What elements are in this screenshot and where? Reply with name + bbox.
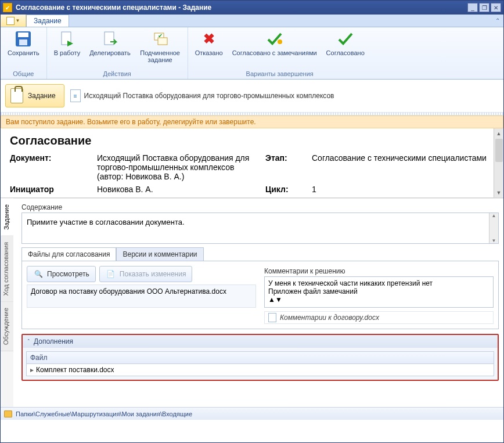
delegate-label: Делегировать bbox=[89, 49, 131, 56]
cycle-label: Цикл: bbox=[265, 185, 306, 194]
delegate-button[interactable]: Делегировать bbox=[86, 28, 134, 57]
attachment-name: Комментарии к договору.docx bbox=[280, 314, 379, 322]
initiator-value: Новикова В. А. bbox=[97, 185, 260, 194]
refused-button[interactable]: ✖ Отказано bbox=[192, 28, 226, 57]
stage-value: Согласование с техническими специалистам… bbox=[312, 153, 494, 181]
side-tab-task[interactable]: Задание bbox=[1, 199, 13, 236]
ribbon-group-complete-label: Варианты завершения bbox=[192, 69, 368, 79]
document-label: Документ: bbox=[10, 153, 91, 181]
ribbon: Сохранить Общие В работу Делегировать ✔ bbox=[1, 27, 503, 80]
side-tab-discussion[interactable]: Обсуждение bbox=[1, 302, 13, 351]
clipboard-icon bbox=[10, 88, 23, 103]
content-text: Примите участие в согласовании документа… bbox=[27, 218, 185, 226]
ribbon-tab-task[interactable]: Задание bbox=[26, 15, 69, 27]
inner-pane: 🔍 Просмотреть 📄 Показать изменения Догов… bbox=[21, 261, 499, 329]
scroll-down-icon[interactable]: ▼ bbox=[496, 188, 502, 197]
file-item: Договор на поставку оборудования ООО Аль… bbox=[31, 287, 226, 296]
content-label: Содержание bbox=[21, 203, 499, 211]
comments-scrollbar[interactable]: ▲▼ bbox=[268, 296, 489, 304]
document-link[interactable]: ≡ Исходящий Поставка оборудования для то… bbox=[70, 89, 334, 102]
svg-point-9 bbox=[278, 39, 282, 44]
addons-header[interactable]: ˄ Дополнения bbox=[23, 335, 498, 348]
chevron-up-icon: ˄ bbox=[27, 338, 30, 344]
quick-access-strip: ▼ Задание ⌃ bbox=[1, 15, 503, 27]
ribbon-collapse-icon[interactable]: ⌃ bbox=[492, 15, 503, 27]
task-pill-button[interactable]: Задание bbox=[5, 84, 64, 107]
subheader: Задание ≡ Исходящий Поставка оборудовани… bbox=[1, 80, 503, 112]
addons-row[interactable]: ▸ Комплект поставки.docx bbox=[26, 364, 494, 376]
magnifier-icon: 🔍 bbox=[33, 269, 44, 279]
ribbon-group-common: Сохранить Общие bbox=[1, 27, 47, 79]
attachment-row[interactable]: Комментарии к договору.docx bbox=[264, 311, 494, 324]
ribbon-group-actions: В работу Делегировать ✔ Подчиненное зада… bbox=[47, 27, 188, 79]
word-icon bbox=[268, 313, 276, 322]
addons-row-file: Комплект поставки.docx bbox=[36, 366, 114, 374]
side-tabs: Задание Ход согласования Обсуждение bbox=[1, 199, 13, 407]
comments-label: Комментарии к решению bbox=[264, 267, 494, 275]
lower-panel: Задание Ход согласования Обсуждение Соде… bbox=[1, 198, 503, 407]
close-button[interactable]: ✕ bbox=[491, 3, 501, 12]
inner-tab-versions[interactable]: Версии и комментарии bbox=[116, 247, 203, 261]
ribbon-group-actions-label: Действия bbox=[51, 69, 184, 79]
ribbon-group-complete: ✖ Отказано Согласовано с замечаниями Сог… bbox=[188, 27, 372, 79]
subtask-button[interactable]: ✔ Подчиненное задание bbox=[136, 28, 184, 64]
maximize-button[interactable]: ❐ bbox=[479, 3, 489, 12]
addons-col-file[interactable]: Файл bbox=[26, 351, 494, 364]
qat-menu-button[interactable]: ▼ bbox=[1, 15, 26, 27]
statusbar: Папки\Служебные\Маршрутизация\Мои задани… bbox=[1, 407, 503, 420]
show-changes-label: Показать изменения bbox=[120, 270, 186, 278]
folder-icon bbox=[4, 410, 12, 417]
save-button[interactable]: Сохранить bbox=[4, 28, 43, 57]
addons-title: Дополнения bbox=[34, 337, 73, 345]
agreed-notes-button[interactable]: Согласовано с замечаниями bbox=[229, 28, 321, 57]
minimize-button[interactable]: _ bbox=[467, 3, 478, 12]
statusbar-path: Папки\Служебные\Маршрутизация\Мои задани… bbox=[16, 410, 192, 417]
svg-text:✔: ✔ bbox=[158, 33, 163, 39]
document-icon: ≡ bbox=[70, 89, 81, 102]
details-scrollbar[interactable]: ▲ ▼ bbox=[494, 128, 503, 197]
document-value: Исходящий Поставка оборудования для торг… bbox=[97, 153, 260, 181]
to-work-button[interactable]: В работу bbox=[51, 28, 84, 57]
stage-label: Этап: bbox=[265, 153, 306, 181]
app-icon: ✔ bbox=[3, 3, 12, 12]
addons-panel: ˄ Дополнения Файл ▸ Комплект поставки.do… bbox=[21, 334, 499, 381]
inner-tabs: Файлы для согласования Версии и коммента… bbox=[21, 247, 499, 261]
window-title: Согласование с техническими специалистам… bbox=[16, 3, 466, 12]
subtask-label: Подчиненное задание bbox=[140, 49, 181, 63]
content-scrollbar[interactable]: ▲▼ bbox=[489, 213, 498, 243]
side-tab-progress[interactable]: Ход согласования bbox=[1, 236, 13, 302]
agreed-label: Согласовано bbox=[326, 49, 365, 56]
initiator-label: Инициатор bbox=[10, 185, 91, 194]
comment-line-1: У меня к технической части никаких прете… bbox=[268, 279, 489, 287]
view-button[interactable]: 🔍 Просмотреть bbox=[27, 266, 96, 282]
titlebar: ✔ Согласование с техническими специалист… bbox=[1, 1, 503, 15]
cycle-value: 1 bbox=[312, 185, 494, 194]
scroll-up-icon[interactable]: ▲ bbox=[496, 128, 502, 138]
show-changes-button[interactable]: 📄 Показать изменения bbox=[99, 266, 193, 282]
list-icon bbox=[6, 17, 15, 25]
files-list[interactable]: Договор на поставку оборудования ООО Аль… bbox=[27, 284, 256, 308]
agreed-button[interactable]: Согласовано bbox=[323, 28, 368, 57]
document-play-icon bbox=[57, 30, 76, 48]
scroll-thumb[interactable] bbox=[495, 139, 503, 162]
view-label: Просмотреть bbox=[47, 270, 89, 278]
check-star-icon bbox=[265, 30, 284, 48]
document-link-text: Исходящий Поставка оборудования для торг… bbox=[84, 92, 334, 100]
info-banner: Вам поступило задание. Возьмите его в ра… bbox=[1, 116, 503, 128]
agreed-notes-label: Согласовано с замечаниями bbox=[232, 49, 317, 56]
details-pane: Согласование Документ: Исходящий Поставк… bbox=[1, 128, 503, 198]
chevron-down-icon: ▼ bbox=[16, 18, 20, 23]
check-icon bbox=[336, 30, 355, 48]
delegate-icon bbox=[100, 30, 119, 48]
subtask-icon: ✔ bbox=[151, 30, 170, 48]
svg-rect-5 bbox=[105, 32, 114, 45]
diff-icon: 📄 bbox=[106, 269, 116, 279]
to-work-label: В работу bbox=[54, 49, 80, 56]
content-textarea[interactable]: Примите участие в согласовании документа… bbox=[21, 213, 499, 244]
page-title: Согласование bbox=[10, 134, 494, 147]
comments-textarea[interactable]: У меня к технической части никаких прете… bbox=[264, 276, 494, 308]
svg-rect-1 bbox=[18, 33, 28, 37]
save-label: Сохранить bbox=[8, 49, 39, 56]
inner-tab-files[interactable]: Файлы для согласования bbox=[21, 247, 116, 261]
comment-line-2: Приложен файл замечаний bbox=[268, 287, 489, 296]
